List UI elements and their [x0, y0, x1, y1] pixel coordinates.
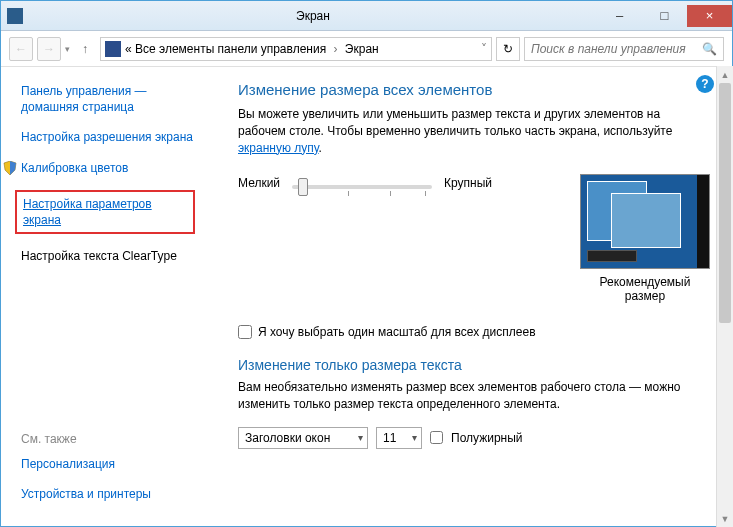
single-scale-checkbox[interactable] — [238, 325, 252, 339]
sidebar-home-link[interactable]: Панель управления — домашняя страница — [21, 83, 206, 115]
body: Панель управления — домашняя страница На… — [1, 67, 732, 526]
address-dropdown-icon[interactable]: ˅ — [481, 42, 487, 56]
single-scale-row: Я хочу выбрать один масштаб для всех дис… — [238, 325, 710, 339]
sidebar-devices-link[interactable]: Устройства и принтеры — [21, 486, 151, 502]
forward-button[interactable]: → — [37, 37, 61, 61]
description: Вы можете увеличить или уменьшить размер… — [238, 106, 710, 156]
preview-label: Рекомендуемый размер — [580, 275, 710, 303]
heading-resize-all: Изменение размера всех элементов — [238, 81, 710, 98]
desc-text-end: . — [319, 141, 322, 155]
slider-thumb[interactable] — [298, 178, 308, 196]
magnifier-link[interactable]: экранную лупу — [238, 141, 319, 155]
location-icon — [105, 41, 121, 57]
breadcrumb: « Все элементы панели управления › Экран — [125, 42, 477, 56]
close-button[interactable]: × — [687, 5, 732, 27]
preview-image — [580, 174, 710, 269]
sidebar-calibration-link[interactable]: Калибровка цветов — [21, 160, 128, 176]
main-content: ? Изменение размера всех элементов Вы мо… — [216, 67, 732, 526]
maximize-button[interactable]: □ — [642, 5, 687, 27]
slider-min-label: Мелкий — [238, 174, 280, 190]
search-icon[interactable]: 🔍 — [702, 42, 717, 56]
help-button[interactable]: ? — [696, 75, 714, 93]
desc-text: Вы можете увеличить или уменьшить размер… — [238, 107, 672, 138]
slider-max-label: Крупный — [444, 174, 492, 190]
address-bar[interactable]: « Все элементы панели управления › Экран… — [100, 37, 492, 61]
search-box[interactable]: 🔍 — [524, 37, 724, 61]
preview-box: Рекомендуемый размер — [580, 174, 710, 303]
size-slider[interactable] — [292, 176, 432, 198]
text-size-controls: Заголовки окон 11 Полужирный — [238, 427, 710, 449]
size-slider-row: Мелкий Крупный Рекомендуемый размер — [238, 174, 710, 303]
size-select[interactable]: 11 — [376, 427, 422, 449]
breadcrumb-sep: › — [334, 42, 338, 56]
heading-text-only: Изменение только размера текста — [238, 357, 710, 373]
description-text-only: Вам необязательно изменять размер всех э… — [238, 379, 710, 413]
sidebar-cleartype-link[interactable]: Настройка текста ClearType — [21, 248, 206, 264]
scroll-up-button[interactable]: ▲ — [717, 66, 733, 83]
app-icon — [7, 8, 23, 24]
see-also-section: См. также Персонализация Устройства и пр… — [21, 432, 151, 516]
search-input[interactable] — [531, 42, 702, 56]
sidebar-screen-params-link[interactable]: Настройка параметров экрана — [23, 196, 187, 228]
breadcrumb-item[interactable]: Все элементы панели управления — [135, 42, 326, 56]
window-title: Экран — [29, 9, 597, 23]
scrollbar[interactable]: ▲ ▼ — [716, 66, 733, 527]
sidebar: Панель управления — домашняя страница На… — [1, 67, 216, 526]
minimize-button[interactable]: – — [597, 5, 642, 27]
titlebar: Экран – □ × — [1, 1, 732, 31]
bold-label: Полужирный — [451, 431, 523, 445]
element-select[interactable]: Заголовки окон — [238, 427, 368, 449]
breadcrumb-root[interactable]: « — [125, 42, 132, 56]
breadcrumb-item[interactable]: Экран — [345, 42, 379, 56]
history-dropdown-icon[interactable]: ▾ — [65, 44, 70, 54]
see-also-label: См. также — [21, 432, 151, 446]
sidebar-personalization-link[interactable]: Персонализация — [21, 456, 151, 472]
bold-checkbox[interactable] — [430, 431, 443, 444]
back-button[interactable]: ← — [9, 37, 33, 61]
refresh-button[interactable]: ↻ — [496, 37, 520, 61]
scroll-thumb[interactable] — [719, 83, 731, 323]
navbar: ← → ▾ ↑ « Все элементы панели управления… — [1, 31, 732, 67]
highlighted-item: Настройка параметров экрана — [15, 190, 195, 234]
sidebar-resolution-link[interactable]: Настройка разрешения экрана — [21, 129, 206, 145]
up-button[interactable]: ↑ — [74, 38, 96, 60]
window-controls: – □ × — [597, 5, 732, 27]
single-scale-label: Я хочу выбрать один масштаб для всех дис… — [258, 325, 536, 339]
scroll-down-button[interactable]: ▼ — [717, 510, 733, 527]
shield-icon — [3, 161, 17, 175]
